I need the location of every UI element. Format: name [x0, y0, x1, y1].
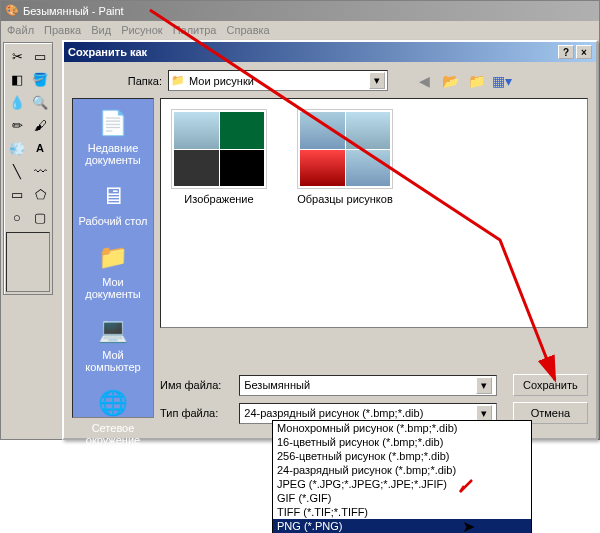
filetype-option[interactable]: TIFF (*.TIF;*.TIFF) — [273, 505, 531, 519]
nav-back-icon[interactable]: ◀ — [414, 71, 434, 91]
tool-zoom[interactable]: 🔍 — [29, 91, 51, 113]
file-list-area[interactable]: Изображение Образцы рисунков — [160, 98, 588, 328]
save-as-dialog: Сохранить как ? × Папка: 📁 Мои рисунки ▾… — [62, 40, 598, 440]
folder-thumb-2[interactable]: Образцы рисунков — [297, 109, 393, 205]
paint-titlebar: 🎨 Безымянный - Paint — [1, 1, 599, 21]
desktop-icon: 🖥 — [97, 180, 129, 212]
tool-curve[interactable]: 〰 — [29, 160, 51, 182]
nav-up-icon[interactable]: 📂 — [440, 71, 460, 91]
filetype-dropdown-list[interactable]: Монохромный рисунок (*.bmp;*.dib) 16-цве… — [272, 420, 532, 533]
paint-menubar: Файл Правка Вид Рисунок Палитра Справка — [1, 21, 599, 39]
filename-input[interactable]: Безымянный ▾ — [239, 375, 496, 396]
dialog-help-button[interactable]: ? — [558, 45, 574, 59]
tool-line[interactable]: ╲ — [6, 160, 28, 182]
paint-toolbox: ✂ ▭ ◧ 🪣 💧 🔍 ✏ 🖌 💨 A ╲ 〰 ▭ ⬠ ○ ▢ — [3, 42, 53, 295]
tool-airbrush[interactable]: 💨 — [6, 137, 28, 159]
mydocs-icon: 📁 — [97, 241, 129, 273]
place-mydocs[interactable]: 📁Мои документы — [73, 239, 153, 302]
chevron-down-icon[interactable]: ▾ — [476, 377, 492, 394]
filetype-option[interactable]: GIF (*.GIF) — [273, 491, 531, 505]
mouse-cursor-icon: ➤ — [462, 517, 475, 533]
folder-label: Папка: — [112, 75, 162, 87]
nav-view-icon[interactable]: ▦▾ — [492, 71, 512, 91]
folder-thumb-1[interactable]: Изображение — [171, 109, 267, 205]
filetype-option[interactable]: 256-цветный рисунок (*.bmp;*.dib) — [273, 449, 531, 463]
filetype-option[interactable]: JPEG (*.JPG;*.JPEG;*.JPE;*.JFIF) — [273, 477, 531, 491]
menu-view[interactable]: Вид — [91, 24, 111, 36]
tool-select[interactable]: ▭ — [29, 45, 51, 67]
tool-picker[interactable]: 💧 — [6, 91, 28, 113]
nav-newfolder-icon[interactable]: 📁 — [466, 71, 486, 91]
place-network[interactable]: 🌐Сетевое окружение — [73, 385, 153, 448]
menu-help[interactable]: Справка — [227, 24, 270, 36]
tool-polygon[interactable]: ⬠ — [29, 183, 51, 205]
filetype-option-selected[interactable]: PNG (*.PNG) — [273, 519, 531, 533]
tool-eraser[interactable]: ◧ — [6, 68, 28, 90]
thumb-label: Образцы рисунков — [297, 193, 393, 205]
filetype-option[interactable]: 24-разрядный рисунок (*.bmp;*.dib) — [273, 463, 531, 477]
tool-text[interactable]: A — [29, 137, 51, 159]
place-mycomputer[interactable]: 💻Мой компьютер — [73, 312, 153, 375]
filetype-option[interactable]: 16-цветный рисунок (*.bmp;*.dib) — [273, 435, 531, 449]
save-button[interactable]: Сохранить — [513, 374, 588, 396]
tool-fill[interactable]: 🪣 — [29, 68, 51, 90]
menu-image[interactable]: Рисунок — [121, 24, 163, 36]
place-desktop[interactable]: 🖥Рабочий стол — [73, 178, 153, 229]
tool-freeform-select[interactable]: ✂ — [6, 45, 28, 67]
thumb-label: Изображение — [171, 193, 267, 205]
tool-brush[interactable]: 🖌 — [29, 114, 51, 136]
folder-value: Мои рисунки — [189, 75, 254, 87]
dialog-close-button[interactable]: × — [576, 45, 592, 59]
filetype-option[interactable]: Монохромный рисунок (*.bmp;*.dib) — [273, 421, 531, 435]
paint-icon: 🎨 — [5, 4, 19, 18]
menu-palette[interactable]: Палитра — [173, 24, 217, 36]
filetype-label: Тип файла: — [160, 407, 231, 419]
tool-options — [6, 232, 50, 292]
tool-roundrect[interactable]: ▢ — [29, 206, 51, 228]
tool-ellipse[interactable]: ○ — [6, 206, 28, 228]
recent-icon: 📄 — [97, 107, 129, 139]
network-icon: 🌐 — [97, 387, 129, 419]
chevron-down-icon[interactable]: ▾ — [476, 405, 492, 422]
computer-icon: 💻 — [97, 314, 129, 346]
folder-icon: 📁 — [171, 74, 185, 87]
tool-pencil[interactable]: ✏ — [6, 114, 28, 136]
dialog-titlebar: Сохранить как ? × — [64, 42, 596, 62]
folder-combo[interactable]: 📁 Мои рисунки ▾ — [168, 70, 388, 91]
tool-rect[interactable]: ▭ — [6, 183, 28, 205]
dialog-title-text: Сохранить как — [68, 46, 147, 58]
place-recent[interactable]: 📄Недавние документы — [73, 105, 153, 168]
menu-file[interactable]: Файл — [7, 24, 34, 36]
chevron-down-icon[interactable]: ▾ — [369, 72, 385, 89]
filename-label: Имя файла: — [160, 379, 231, 391]
places-bar: 📄Недавние документы 🖥Рабочий стол 📁Мои д… — [72, 98, 154, 418]
paint-title-text: Безымянный - Paint — [23, 5, 124, 17]
menu-edit[interactable]: Правка — [44, 24, 81, 36]
